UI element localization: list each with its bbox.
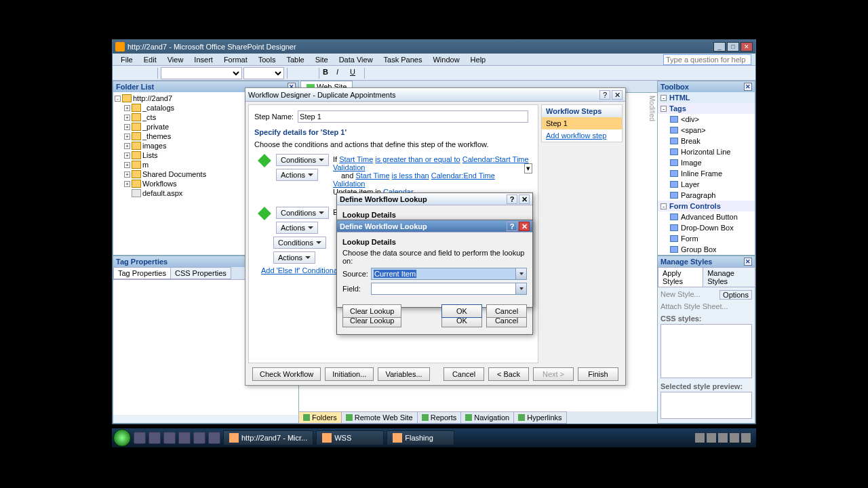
italic-icon[interactable]: I [336,67,348,79]
toolbox-item[interactable]: Break [658,136,755,146]
new-style-link[interactable]: New Style... [660,290,701,300]
bold-icon[interactable]: B [322,67,334,79]
font-select[interactable] [161,67,242,79]
expand-icon[interactable]: + [124,162,130,168]
chevron-down-icon[interactable]: ▾ [524,163,532,174]
size-select[interactable] [243,67,284,79]
tab-tag-properties[interactable]: Tag Properties [113,267,171,279]
help-icon[interactable]: ? [507,195,517,204]
collapse-icon[interactable]: - [660,106,667,112]
toolbox-form-section[interactable]: Form Controls [669,202,721,210]
tree-item[interactable]: m [142,161,149,169]
help-icon[interactable]: ? [599,90,610,100]
menu-tools[interactable]: Tools [254,54,280,65]
tray-icon[interactable] [741,433,751,443]
dialog-close-icon[interactable]: ✕ [519,222,530,231]
tray-icon[interactable] [695,433,705,443]
tab-manage-styles[interactable]: Manage Styles [703,267,755,287]
chevron-down-icon[interactable] [515,268,526,279]
back-button[interactable]: < Back [488,367,529,381]
actions-button[interactable]: Actions [273,251,315,264]
save-icon[interactable] [142,67,155,79]
tree-item[interactable]: Lists [142,151,158,159]
tree-item[interactable]: _private [142,123,169,131]
viewtab-folders[interactable]: Folders [298,411,342,424]
tab-css-properties[interactable]: CSS Properties [170,267,231,279]
toolbox-tags-section[interactable]: Tags [669,104,686,113]
cond-field[interactable]: Start Time [339,155,373,163]
tree-item[interactable]: _catalogs [142,104,174,112]
tree-item[interactable]: _cts [142,113,156,121]
panel-close-icon[interactable]: ✕ [744,83,752,91]
close-button[interactable]: ✕ [741,42,753,52]
collapse-icon[interactable]: - [660,95,667,101]
quicklaunch-icon[interactable] [193,432,205,444]
toolbox-item[interactable]: <span> [658,125,755,136]
toolbox-item[interactable]: Inline Frame [658,168,755,179]
check-workflow-button[interactable]: Check Workflow [252,367,321,381]
menu-format[interactable]: Format [220,54,252,65]
panel-close-icon[interactable]: ✕ [744,258,752,266]
toolbox-item[interactable]: Paragraph [658,190,755,201]
actions-button[interactable]: Actions [276,169,318,181]
toolbox-item[interactable]: Image [658,157,755,168]
expand-icon[interactable]: - [115,96,121,102]
initiation-button[interactable]: Initiation... [325,367,374,381]
tab-apply-styles[interactable]: Apply Styles [658,267,703,287]
toolbox-item[interactable]: Form [658,233,755,244]
quicklaunch-icon[interactable] [208,432,220,444]
dialog-close-icon[interactable]: ✕ [519,195,530,204]
variables-button[interactable]: Variables... [378,367,429,381]
finish-button[interactable]: Finish [578,367,618,381]
taskbar-task[interactable]: WSS [316,430,384,445]
cond-field[interactable]: Start Time [355,171,389,180]
tree-root[interactable]: http://2and7 [133,94,172,102]
tree-item[interactable]: Workflows [142,180,177,188]
conditions-button[interactable]: Conditions [273,237,326,249]
toolbox-item[interactable]: Advanced Button [658,211,755,222]
taskbar-task[interactable]: Flashing [387,430,454,445]
tree-item[interactable]: Shared Documents [142,170,206,178]
underline-icon[interactable]: U [349,67,361,79]
actions-button[interactable]: Actions [276,222,318,234]
quicklaunch-icon[interactable] [149,432,161,444]
step-item[interactable]: Step 1 [542,117,622,129]
new-icon[interactable] [115,67,127,79]
help-icon[interactable]: ? [507,222,517,231]
expand-icon[interactable]: + [124,143,130,149]
conditions-button[interactable]: Conditions [276,154,329,166]
open-icon[interactable] [129,67,141,79]
dialog-close-icon[interactable]: ✕ [612,90,623,100]
tree-item[interactable]: images [142,142,166,150]
menu-window[interactable]: Window [429,54,463,65]
menu-table[interactable]: Table [282,54,308,65]
cancel-button[interactable]: Cancel [443,367,484,381]
tray-icon[interactable] [718,433,728,443]
align-left-icon[interactable] [368,67,380,79]
expand-icon[interactable]: + [124,134,130,140]
options-button[interactable]: Options [719,290,752,300]
field-dropdown[interactable] [371,283,527,295]
add-step-link[interactable]: Add workflow step [542,129,622,142]
expand-icon[interactable]: + [124,105,130,111]
chevron-down-icon[interactable] [515,283,526,294]
toolbox-html[interactable]: HTML [669,94,690,102]
menu-help[interactable]: Help [467,54,490,65]
expand-icon[interactable]: + [124,124,130,130]
maximize-button[interactable]: □ [727,42,739,52]
cond-op[interactable]: is less than [392,171,429,180]
toolbox-item[interactable]: Layer [658,179,755,190]
start-button[interactable] [113,429,131,447]
viewtab-hyperlinks[interactable]: Hyperlinks [513,411,566,424]
viewtab-remote[interactable]: Remote Web Site [341,411,418,424]
tray-icon[interactable] [730,433,739,443]
ok-button[interactable]: OK [441,304,482,318]
source-dropdown[interactable]: Current Item [371,268,527,280]
cancel-button[interactable]: Cancel [486,304,527,318]
quicklaunch-icon[interactable] [163,432,176,444]
toolbox-item[interactable]: Group Box [658,244,755,255]
tree-file[interactable]: default.aspx [142,189,182,197]
align-right-icon[interactable] [395,67,407,79]
menu-edit[interactable]: Edit [140,54,161,65]
viewtab-reports[interactable]: Reports [417,411,462,424]
